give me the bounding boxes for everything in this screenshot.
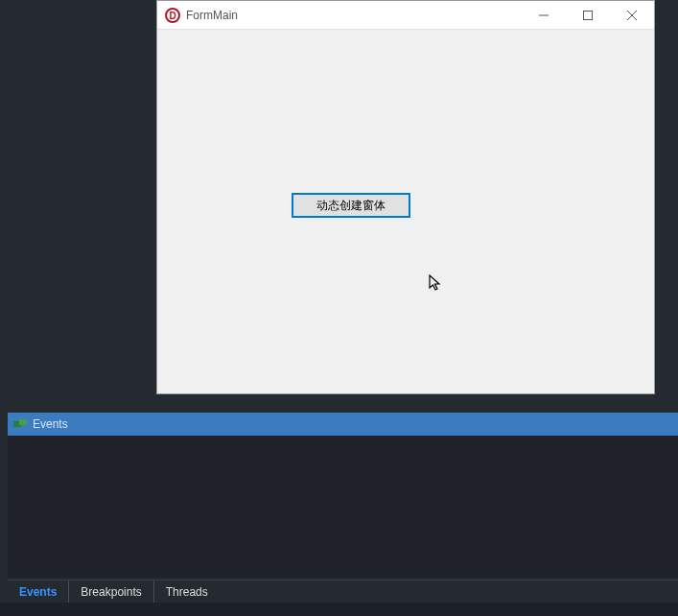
svg-rect-7 xyxy=(19,419,27,425)
create-form-button[interactable]: 动态创建窗体 xyxy=(292,193,410,218)
window-titlebar: D FormMain xyxy=(157,1,654,30)
status-strip xyxy=(0,603,678,616)
bottom-tabstrip: Events Breakpoints Threads xyxy=(8,580,678,603)
window-control-buttons xyxy=(522,1,654,29)
app-icon: D xyxy=(165,8,180,23)
tab-events[interactable]: Events xyxy=(8,580,69,603)
tab-breakpoints[interactable]: Breakpoints xyxy=(69,580,153,603)
svg-rect-3 xyxy=(584,11,593,19)
minimize-button[interactable] xyxy=(522,1,566,29)
window-client-area: 动态创建窗体 xyxy=(157,30,654,393)
tab-threads[interactable]: Threads xyxy=(154,580,220,603)
events-panel-title: Events xyxy=(33,417,68,431)
events-panel-body[interactable] xyxy=(8,436,678,578)
maximize-button[interactable] xyxy=(566,1,610,29)
events-panel-icon xyxy=(13,418,27,430)
close-button[interactable] xyxy=(610,1,654,29)
window-title: FormMain xyxy=(186,9,522,22)
events-panel: Events xyxy=(8,413,678,578)
events-panel-header[interactable]: Events xyxy=(8,413,678,436)
svg-text:D: D xyxy=(169,11,175,21)
app-window: D FormMain 动态创建窗体 xyxy=(156,0,655,394)
